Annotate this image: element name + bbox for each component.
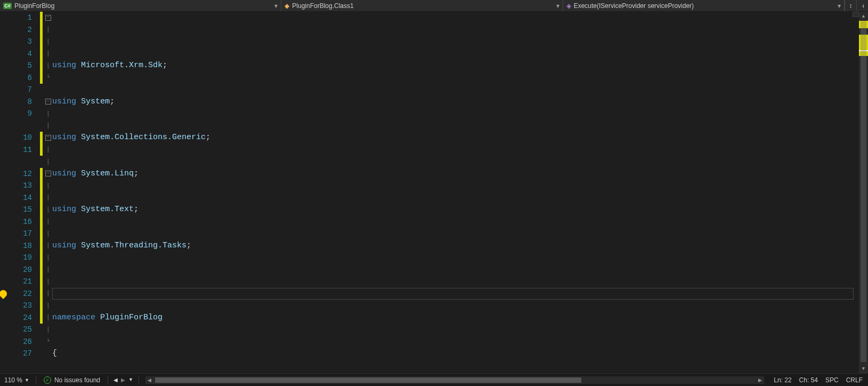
status-bar: 110 % ▼ ✓ No issues found ◀ ▶ ▼ ◀ ▶ Ln: … [0,373,868,386]
line-number-gutter: 1 2 3 4 5 6 7 8 9 10 11 12 13 14 15 16 1… [0,12,39,373]
line-number: 10 [0,132,32,144]
breadcrumb-project[interactable]: C# PluginForBlog ▾ [0,0,281,11]
scroll-up-icon[interactable]: ▲ [859,12,868,21]
scrollbar-thumb[interactable] [155,377,581,383]
line-number: 22 [0,288,32,300]
line-number: 21 [0,276,32,288]
lightbulb-icon[interactable] [0,288,9,299]
issues-status[interactable]: ✓ No issues found [38,376,106,384]
line-number [0,120,32,132]
caret-line[interactable]: Ln: 22 [774,376,791,384]
line-number: 9 [0,108,32,120]
line-number: 19 [0,252,32,264]
fold-toggle[interactable]: − [45,171,51,176]
breadcrumb-class-label: PluginForBlog.Class1 [292,2,353,10]
fold-toggle[interactable]: − [45,135,51,141]
line-number: 8 [0,96,32,108]
line-number: 14 [0,192,32,204]
line-number: 11 [0,144,32,156]
line-number: 3 [0,36,32,48]
check-icon: ✓ [44,376,51,384]
line-number [0,156,32,168]
line-number: 24 [0,312,32,324]
editor: 1 2 3 4 5 6 7 8 9 10 11 12 13 14 15 16 1… [0,12,868,373]
class-icon: ◆ [285,2,289,10]
caret-col[interactable]: Ch: 54 [799,376,818,384]
method-icon: ◈ [566,2,571,10]
line-number: 27 [0,348,32,360]
chevron-down-icon: ▼ [25,377,29,383]
breadcrumb-project-label: PluginForBlog [14,2,54,10]
scrollbar-thumb[interactable] [861,21,866,362]
line-number: 25 [0,324,32,336]
line-number: 23 [0,300,32,312]
nav-next-icon[interactable]: ▶ [121,377,125,383]
chevron-down-icon: ▾ [274,2,278,10]
line-number: 16 [0,216,32,228]
breadcrumb-bar: C# PluginForBlog ▾ ◆ PluginForBlog.Class… [0,0,868,12]
breadcrumb-method[interactable]: ◈ Execute(IServiceProvider serviceProvid… [563,0,845,11]
line-number: 5 [0,60,32,72]
line-number: 12 [0,168,32,180]
breadcrumb-method-label: Execute(IServiceProvider serviceProvider… [574,2,694,10]
nav-prev-icon[interactable]: ◀ [113,377,118,383]
line-number: 6 [0,72,32,84]
line-number: 13 [0,180,32,192]
scroll-down-icon[interactable]: ▼ [859,364,868,373]
line-number: 15 [0,204,32,216]
line-ending[interactable]: CRLF [846,376,863,384]
line-number: 7 [0,84,32,96]
fold-toggle[interactable]: − [45,15,51,21]
code-area[interactable]: using Microsoft.Xrm.Sdk; using System; u… [52,12,859,373]
line-number: 4 [0,48,32,60]
scroll-left-icon[interactable]: ◀ [145,376,154,384]
vertical-scrollbar[interactable]: ▲ ▼ [859,12,868,373]
zoom-level[interactable]: 110 % ▼ [0,376,34,384]
scroll-right-icon[interactable]: ▶ [756,376,764,384]
split-icon[interactable]: ⫞ [856,0,868,11]
breadcrumb-class[interactable]: ◆ PluginForBlog.Class1 ▾ [281,0,563,11]
line-number: 20 [0,264,32,276]
chevron-down-icon: ▾ [838,2,841,10]
indent-mode[interactable]: SPC [825,376,839,384]
fold-toggle[interactable]: − [45,99,51,104]
current-line-highlight [52,288,854,300]
line-number: 2 [0,24,32,36]
swap-icon[interactable]: ↕ [845,0,856,11]
line-number: 18 [0,240,32,252]
scrollbar-track[interactable] [859,21,868,364]
line-number: 17 [0,228,32,240]
chevron-down-icon: ▾ [556,2,559,10]
fold-column: − ││││└ − ││ − ││ − ││││ ││││ ││││ │└ [44,12,52,373]
horizontal-scrollbar[interactable]: ◀ ▶ [145,376,764,384]
breadcrumb-right-controls: ↕ ⫞ [845,0,868,11]
csharp-icon: C# [3,3,12,9]
chevron-down-icon[interactable]: ▼ [128,377,133,383]
line-number: 1 [0,12,32,24]
split-grip[interactable] [853,12,859,17]
change-marker-column [39,12,44,373]
nav-arrows[interactable]: ◀ ▶ ▼ [110,377,136,383]
line-number: 26 [0,336,32,348]
